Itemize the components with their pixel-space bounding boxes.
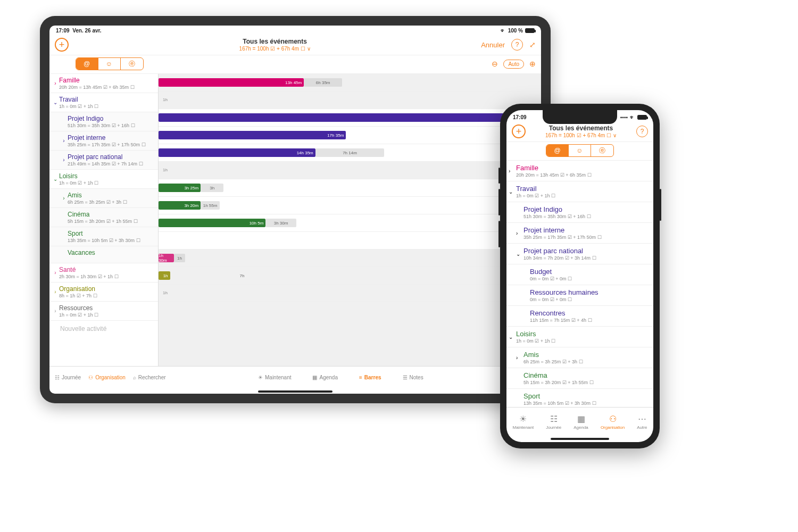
phone-item-projet-indigo[interactable]: Projet Indigo51h 30m = 35h 30m ☑ + 16h ☐ bbox=[506, 202, 653, 223]
sidebar-item-vacances[interactable]: Vacances bbox=[49, 246, 158, 263]
chevron-icon[interactable]: › bbox=[60, 134, 68, 147]
chevron-icon[interactable]: ⌄ bbox=[509, 185, 516, 198]
chevron-icon[interactable]: ⌄ bbox=[509, 330, 516, 344]
nav-journée[interactable]: ☷Journée bbox=[55, 375, 81, 380]
phone-list[interactable]: ›Famille20h 20m = 13h 45m ☑ + 6h 35m ☐⌄T… bbox=[506, 161, 653, 407]
tab-maintenant[interactable]: ☀Maintenant bbox=[258, 375, 291, 380]
chevron-icon[interactable]: › bbox=[516, 226, 523, 240]
chevron-icon[interactable] bbox=[60, 211, 68, 224]
phone-nav-autre[interactable]: ⋯Autre bbox=[637, 414, 647, 430]
chevron-icon[interactable] bbox=[60, 115, 68, 128]
chevron-icon[interactable]: › bbox=[52, 304, 59, 318]
phone-seg-at[interactable]: @ bbox=[546, 145, 569, 156]
tab-barres[interactable]: ≡Barres bbox=[359, 375, 381, 380]
chevron-icon[interactable] bbox=[60, 249, 68, 260]
zoom-auto-button[interactable]: Auto bbox=[503, 60, 524, 69]
expand-icon[interactable]: ⤢ bbox=[529, 40, 536, 49]
new-activity-input[interactable]: Nouvelle activité bbox=[49, 321, 158, 337]
seg-e[interactable]: ⓔ bbox=[121, 58, 143, 70]
nav-rechercher[interactable]: ⌕Rechercher bbox=[133, 375, 166, 380]
chevron-icon[interactable]: › bbox=[516, 351, 523, 364]
chart-row: 1h bbox=[159, 92, 541, 109]
phone-add-button[interactable]: + bbox=[512, 124, 526, 138]
seg-at[interactable]: @ bbox=[76, 58, 98, 70]
phone-nav-organisation[interactable]: ⚇Organisation bbox=[601, 414, 625, 430]
nav-organisation[interactable]: ⚇Organisation bbox=[88, 375, 126, 380]
phone-nav-journée[interactable]: ☷Journée bbox=[546, 414, 561, 430]
bar-remaining: 3h 30m bbox=[265, 219, 296, 227]
chevron-icon[interactable]: ⌄ bbox=[52, 172, 59, 186]
sidebar-item-santé[interactable]: ›Santé2h 30m = 1h 30m ☑ + 1h ☐ bbox=[49, 263, 158, 282]
phone-seg-e[interactable]: ⓔ bbox=[591, 145, 613, 156]
chevron-icon[interactable] bbox=[60, 230, 68, 243]
row-meta: 5h 15m = 3h 20m ☑ + 1h 55m ☐ bbox=[523, 380, 648, 385]
phone-help-button[interactable]: ? bbox=[636, 126, 648, 137]
chevron-icon[interactable] bbox=[516, 371, 523, 385]
chevron-icon[interactable] bbox=[522, 268, 530, 281]
chevron-icon[interactable]: › bbox=[52, 285, 59, 298]
sidebar[interactable]: ›Famille20h 20m = 13h 45m ☑ + 6h 35m ☐⌄T… bbox=[49, 74, 159, 366]
row-meta: 5h 15m = 3h 20m ☑ + 1h 55m ☐ bbox=[68, 219, 154, 224]
phone-item-travail[interactable]: ⌄Travail1h = 0m ☑ + 1h ☐ bbox=[506, 181, 653, 202]
help-button[interactable]: ? bbox=[511, 39, 523, 51]
zoom-in-icon[interactable]: ⊕ bbox=[529, 60, 536, 68]
zoom-out-icon[interactable]: ⊖ bbox=[492, 60, 498, 68]
chevron-icon[interactable]: › bbox=[52, 77, 59, 90]
phone-item-projet-interne[interactable]: ›Projet interne35h 25m = 17h 35m ☑ + 17h… bbox=[506, 223, 653, 244]
row-name: Loisirs bbox=[516, 330, 648, 338]
header-subtitle[interactable]: 167h = 100h ☑ + 67h 4m ☐ ∨ bbox=[69, 46, 481, 52]
row-name: Amis bbox=[68, 192, 154, 199]
chevron-icon[interactable] bbox=[516, 205, 523, 219]
tab-notes[interactable]: ☰Notes bbox=[403, 375, 423, 380]
bar-remaining: 1h 55m bbox=[201, 201, 220, 210]
phone-item-famille[interactable]: ›Famille20h 20m = 13h 45m ☑ + 6h 35m ☐ bbox=[506, 161, 653, 181]
phone-nav-maintenant[interactable]: ☀Maintenant bbox=[513, 414, 534, 430]
phone-item-ressources-humaines[interactable]: Ressources humaines0m = 0m ☑ + 0m ☐ bbox=[506, 285, 653, 306]
sidebar-item-loisirs[interactable]: ⌄Loisirs1h = 0m ☑ + 1h ☐ bbox=[49, 170, 158, 189]
bar-remaining: 3h bbox=[201, 184, 223, 192]
bar-text: 1h bbox=[163, 97, 168, 102]
chevron-icon[interactable]: ⌄ bbox=[516, 247, 523, 261]
phone-seg-person[interactable]: ☺ bbox=[569, 145, 591, 156]
sidebar-item-cinéma[interactable]: Cinéma5h 15m = 3h 20m ☑ + 1h 55m ☐ bbox=[49, 208, 158, 227]
phone-item-sport[interactable]: Sport13h 35m = 10h 5m ☑ + 3h 30m ☐ bbox=[506, 389, 653, 407]
phone-item-projet-parc-national[interactable]: ⌄Projet parc national10h 34m = 7h 20m ☑ … bbox=[506, 244, 653, 264]
sidebar-item-famille[interactable]: ›Famille20h 20m = 13h 45m ☑ + 6h 35m ☐ bbox=[49, 74, 158, 93]
seg-person[interactable]: ☺ bbox=[98, 58, 121, 70]
chevron-icon[interactable] bbox=[522, 309, 530, 323]
phone-item-budget[interactable]: Budget0m = 0m ☑ + 0m ☐ bbox=[506, 264, 653, 285]
phone-item-amis[interactable]: ›Amis6h 25m = 3h 25m ☑ + 3h ☐ bbox=[506, 347, 653, 368]
chevron-icon[interactable]: › bbox=[52, 266, 59, 279]
sidebar-item-projet-parc-national[interactable]: ›Projet parc national21h 49m = 14h 35m ☑… bbox=[49, 151, 158, 170]
phone-item-loisirs[interactable]: ⌄Loisirs1h = 0m ☑ + 1h ☐ bbox=[506, 327, 653, 347]
chevron-icon[interactable]: › bbox=[60, 192, 68, 205]
row-name: Ressources humaines bbox=[530, 288, 648, 296]
phone-segmented-control[interactable]: @ ☺ ⓔ bbox=[546, 144, 614, 157]
cancel-button[interactable]: Annuler bbox=[481, 41, 505, 49]
phone-nav-agenda[interactable]: ▦Agenda bbox=[573, 414, 588, 430]
phone-header: + Tous les événements 167h = 100h ☑ + 67… bbox=[506, 121, 653, 142]
chevron-icon[interactable] bbox=[522, 288, 530, 302]
chevron-icon[interactable]: ⌄ bbox=[52, 96, 59, 109]
phone-item-cinéma[interactable]: Cinéma5h 15m = 3h 20m ☑ + 1h 55m ☐ bbox=[506, 368, 653, 389]
segmented-control[interactable]: @ ☺ ⓔ bbox=[76, 57, 144, 70]
phone-item-rencontres[interactable]: Rencontres11h 15m = 7h 15m ☑ + 4h ☐ bbox=[506, 306, 653, 327]
sidebar-item-sport[interactable]: Sport13h 35m = 10h 5m ☑ + 3h 30m ☐ bbox=[49, 227, 158, 246]
barres-icon: ≡ bbox=[359, 375, 362, 380]
sidebar-item-organisation[interactable]: ›Organisation8h = 1h ☑ + 7h ☐ bbox=[49, 282, 158, 302]
chevron-icon[interactable]: › bbox=[60, 153, 68, 167]
sidebar-item-projet-interne[interactable]: ›Projet interne35h 25m = 17h 35m ☑ + 17h… bbox=[49, 131, 158, 151]
phone-battery-icon bbox=[637, 115, 647, 120]
phone-header-subtitle[interactable]: 167h = 100h ☑ + 67h 4m ☐ ∨ bbox=[526, 132, 636, 138]
chevron-icon[interactable]: › bbox=[509, 164, 516, 178]
tab-agenda[interactable]: ▦Agenda bbox=[312, 375, 337, 380]
sidebar-item-travail[interactable]: ⌄Travail1h = 0m ☑ + 1h ☐ bbox=[49, 93, 158, 112]
sidebar-item-projet-indigo[interactable]: Projet Indigo51h 30m = 35h 30m ☑ + 16h ☐ bbox=[49, 112, 158, 131]
bar-remaining: 17h 50m bbox=[346, 131, 522, 139]
chevron-icon[interactable] bbox=[516, 392, 523, 406]
sidebar-item-amis[interactable]: ›Amis6h 25m = 3h 25m ☑ + 3h ☐ bbox=[49, 189, 158, 208]
chart-row: 1h bbox=[159, 285, 541, 302]
header-title: Tous les événements bbox=[69, 38, 481, 45]
sidebar-item-ressources[interactable]: ›Ressources1h = 0m ☑ + 1h ☐ bbox=[49, 302, 158, 321]
add-button[interactable]: + bbox=[55, 38, 69, 52]
